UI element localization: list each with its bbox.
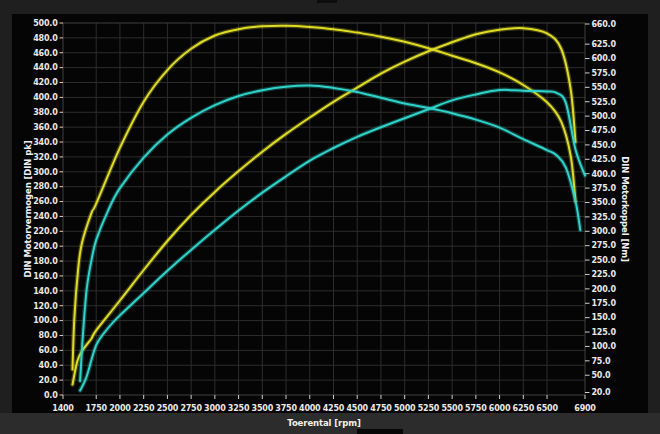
left-tick-label: 40.0: [39, 361, 59, 370]
left-axis-title: DIN Motorvermogen [DIN pk]: [23, 140, 33, 277]
x-tick-label: 4250: [323, 404, 345, 413]
left-tick-label: 0.0: [44, 391, 58, 400]
left-tick-label: 320.0: [33, 153, 58, 162]
left-tick-label: 140.0: [33, 287, 58, 296]
right-axis-title: DIN Motorkoppel [Nm]: [620, 156, 630, 262]
left-tick-label: 340.0: [33, 138, 58, 147]
left-tick-label: 500.0: [33, 19, 58, 28]
x-tick-label: 3750: [275, 404, 297, 413]
x-tick-label: 5500: [441, 404, 463, 413]
x-tick-label: 2500: [157, 404, 179, 413]
x-tick-label: 6900: [574, 404, 596, 413]
right-tick-label: 400.0: [592, 170, 617, 179]
right-tick-label: 375.0: [592, 184, 617, 193]
left-tick-label: 160.0: [33, 272, 58, 281]
right-tick-label: 425.0: [592, 155, 617, 164]
right-tick-label: 175.0: [592, 299, 617, 308]
dyno-chart: 0.020.040.060.080.0100.0120.0140.0160.01…: [0, 0, 660, 434]
right-tick-label: 150.0: [592, 313, 617, 322]
left-tick-label: 80.0: [39, 331, 59, 340]
left-tick-label: 380.0: [33, 108, 58, 117]
x-tick-label: 3250: [228, 404, 250, 413]
x-tick-label: 5750: [465, 404, 487, 413]
left-tick-label: 20.0: [39, 376, 59, 385]
left-tick-label: 360.0: [33, 123, 58, 132]
right-tick-label: 75.0: [592, 357, 612, 366]
right-tick-label: 600.0: [592, 54, 617, 63]
x-tick-label: 4000: [299, 404, 321, 413]
x-tick-label: 1400: [52, 404, 74, 413]
left-tick-label: 280.0: [33, 182, 58, 191]
right-tick-label: 475.0: [592, 126, 617, 135]
left-tick-label: 240.0: [33, 212, 58, 221]
left-tick-label: 420.0: [33, 78, 58, 87]
x-tick-label: 4500: [346, 404, 368, 413]
right-tick-label: 225.0: [592, 270, 617, 279]
x-tick-label: 2000: [109, 404, 131, 413]
right-tick-label: 125.0: [592, 328, 617, 337]
bottom-notch-handle[interactable]: [357, 429, 403, 434]
left-tick-label: 100.0: [33, 316, 58, 325]
right-tick-label: 660.0: [592, 20, 617, 29]
x-tick-label: 1750: [85, 404, 107, 413]
x-tick-label: 5250: [418, 404, 440, 413]
x-tick-label: 3000: [204, 404, 226, 413]
right-tick-label: 350.0: [592, 198, 617, 207]
right-tick-label: 450.0: [592, 141, 617, 150]
right-tick-label: 550.0: [592, 83, 617, 92]
right-tick-label: 325.0: [592, 213, 617, 222]
right-tick-label: 275.0: [592, 241, 617, 250]
x-tick-label: 6250: [513, 404, 535, 413]
right-tick-label: 20.0: [592, 388, 612, 397]
x-tick-label: 6000: [489, 404, 511, 413]
right-tick-label: 50.0: [592, 371, 612, 380]
x-tick-label: 6500: [536, 404, 558, 413]
left-tick-label: 120.0: [33, 302, 58, 311]
left-tick-label: 440.0: [33, 63, 58, 72]
left-tick-label: 460.0: [33, 49, 58, 58]
right-tick-label: 625.0: [592, 40, 617, 49]
x-axis-title: Toerental [rpm]: [287, 418, 361, 428]
right-tick-label: 100.0: [592, 342, 617, 351]
x-tick-label: 5000: [394, 404, 416, 413]
top-notch-handle[interactable]: [317, 0, 337, 3]
left-tick-label: 260.0: [33, 197, 58, 206]
left-tick-label: 60.0: [39, 346, 59, 355]
dyno-chart-window: 0.020.040.060.080.0100.0120.0140.0160.01…: [0, 0, 660, 434]
x-tick-label: 3500: [252, 404, 274, 413]
right-tick-label: 250.0: [592, 256, 617, 265]
right-tick-label: 500.0: [592, 112, 617, 121]
left-tick-label: 200.0: [33, 242, 58, 251]
left-tick-label: 300.0: [33, 168, 58, 177]
left-tick-label: 480.0: [33, 34, 58, 43]
x-tick-label: 2250: [133, 404, 155, 413]
right-tick-label: 300.0: [592, 227, 617, 236]
right-tick-label: 575.0: [592, 69, 617, 78]
right-tick-label: 525.0: [592, 98, 617, 107]
x-tick-label: 2750: [180, 404, 202, 413]
x-tick-label: 4750: [370, 404, 392, 413]
right-tick-label: 200.0: [592, 285, 617, 294]
left-tick-label: 400.0: [33, 93, 58, 102]
left-tick-label: 180.0: [33, 257, 58, 266]
left-tick-label: 220.0: [33, 227, 58, 236]
